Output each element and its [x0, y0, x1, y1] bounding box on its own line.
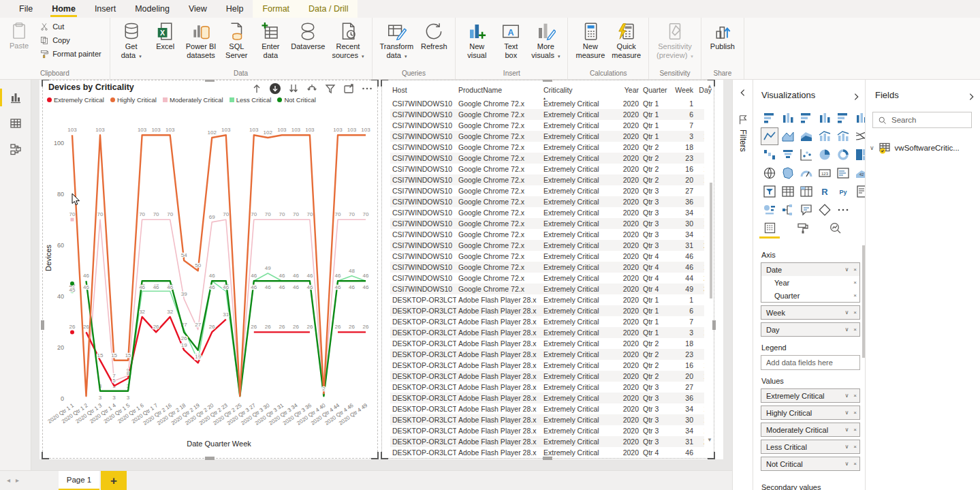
area-chart-icon[interactable]	[779, 127, 797, 145]
pie-chart-icon[interactable]	[816, 146, 834, 164]
focus-mode-icon[interactable]	[343, 82, 355, 95]
well-tab-format[interactable]	[793, 219, 811, 236]
table-row[interactable]: DESKTOP-OR3LCTGAdobe Flash Player 28.xEx…	[390, 327, 704, 338]
ribbon-tab-help[interactable]: Help	[217, 0, 253, 18]
table-row[interactable]: CSI7WINDOWS10Google Chrome 72.xExtremely…	[390, 131, 704, 142]
column-header-year[interactable]: Year	[618, 86, 641, 94]
table-row[interactable]: CSI7WINDOWS10Google Chrome 72.xExtremely…	[390, 284, 704, 294]
new-visual-button[interactable]: Newvisual	[461, 20, 492, 61]
resize-handle-bottom[interactable]	[543, 457, 552, 460]
remove-field-icon[interactable]: ×	[853, 461, 857, 467]
table-row[interactable]: DESKTOP-OR3LCTGAdobe Flash Player 28.xEx…	[390, 403, 704, 414]
ribbon-tab-format[interactable]: Format	[253, 0, 299, 18]
matrix-icon[interactable]	[797, 183, 815, 200]
table-row[interactable]: DESKTOP-OR3LCTGAdobe Flash Player 28.xEx…	[390, 316, 704, 327]
table-row[interactable]: DESKTOP-OR3LCTGAdobe Flash Player 28.xEx…	[390, 447, 704, 457]
expand-filters-icon[interactable]	[740, 87, 745, 99]
legend-item-moderately-critical[interactable]: Moderately Critical	[163, 96, 223, 104]
table-row[interactable]: DESKTOP-OR3LCTGAdobe Flash Player 28.xEx…	[390, 294, 704, 305]
table-row[interactable]: CSI7WINDOWS10Google Chrome 72.xExtremely…	[390, 142, 704, 153]
column-header-host[interactable]: Host	[390, 86, 456, 94]
column-header-week[interactable]: Week	[672, 86, 695, 94]
drill-up-icon[interactable]	[251, 82, 263, 95]
remove-field-icon[interactable]: ×	[853, 309, 857, 316]
filters-pane-title[interactable]: Filters	[738, 129, 748, 152]
map-icon[interactable]	[761, 164, 778, 182]
more-options-icon[interactable]	[361, 82, 373, 95]
funnel-icon[interactable]	[779, 146, 797, 164]
remove-field-icon[interactable]: ×	[853, 444, 857, 450]
cut-button[interactable]: Cut	[37, 20, 104, 33]
transform-data-button[interactable]: Transformdata ▾	[378, 20, 416, 61]
table-row[interactable]: DESKTOP-OR3LCTGAdobe Flash Player 28.xEx…	[390, 338, 704, 349]
clustered-bar-chart-icon[interactable]	[797, 109, 815, 127]
table-row[interactable]: DESKTOP-OR3LCTGAdobe Flash Player 28.xEx…	[390, 414, 704, 425]
table-scroll-down-icon[interactable]: ▼	[707, 437, 712, 443]
chevron-down-icon[interactable]: ∨	[844, 326, 849, 333]
table-row[interactable]: CSI7WINDOWS10Google Chrome 72.xExtremely…	[390, 164, 704, 174]
sidebar-item-data-view[interactable]	[0, 112, 31, 135]
remove-field-icon[interactable]: ×	[853, 326, 857, 333]
page-tab[interactable]: Page 1	[59, 471, 99, 490]
legend-item-highly-critical[interactable]: Highly Critical	[110, 96, 157, 104]
field-table-item[interactable]: ∨ vwSoftwareCritic...	[870, 142, 960, 154]
publish-button[interactable]: Publish	[707, 20, 738, 52]
table-row[interactable]: DESKTOP-OR3LCTGAdobe Flash Player 28.xEx…	[390, 305, 704, 316]
table-row[interactable]: CSI7WINDOWS10Google Chrome 72.xExtremely…	[390, 240, 704, 251]
ribbon-tab-home[interactable]: Home	[42, 0, 85, 18]
chevron-down-icon[interactable]: ∨	[844, 461, 849, 467]
table-row[interactable]: CSI7WINDOWS10Google Chrome 72.xExtremely…	[390, 262, 704, 273]
slicer-icon[interactable]	[761, 183, 778, 200]
sql-server-button[interactable]: SQLServer	[221, 20, 252, 61]
python-visual-icon[interactable]: Py	[834, 183, 852, 200]
refresh-button[interactable]: Refresh	[418, 20, 449, 52]
line-and-clustered-column-chart-icon[interactable]	[834, 127, 852, 145]
scatter-chart-icon[interactable]	[797, 146, 815, 164]
power-bi-datasets-button[interactable]: Power BIdatasets	[184, 20, 219, 61]
table-row[interactable]: DESKTOP-OR3LCTGAdobe Flash Player 28.xEx…	[390, 360, 704, 371]
chevron-down-icon[interactable]: ∨	[870, 144, 874, 151]
field-chip-extremely-critical[interactable]: Extremely Critical∨×	[761, 389, 859, 402]
stacked-bar-chart-icon[interactable]	[761, 109, 778, 127]
legend-item-not-critical[interactable]: Not Critical	[277, 96, 315, 104]
more-options-icon[interactable]	[834, 201, 852, 219]
chevron-down-icon[interactable]: ∨	[844, 393, 849, 399]
table-row[interactable]: CSI7WINDOWS10Google Chrome 72.xExtremely…	[390, 174, 704, 185]
well-tab-analytics[interactable]	[826, 219, 844, 236]
field-chip-quarter[interactable]: Quarter×	[761, 289, 859, 302]
table-scroll-up-icon[interactable]: ▲	[707, 83, 712, 89]
line-and-stacked-column-chart-icon[interactable]	[816, 127, 834, 145]
table-row[interactable]: CSI7WINDOWS10Google Chrome 72.xExtremely…	[390, 229, 704, 240]
chevron-down-icon[interactable]: ∨	[844, 427, 849, 433]
table-row[interactable]: CSI7WINDOWS10Google Chrome 72.xExtremely…	[390, 153, 704, 164]
table-visual[interactable]: HostProductNameCriticality▴YearQuarterWe…	[381, 80, 714, 459]
column-header-quarter[interactable]: Quarter	[641, 86, 672, 94]
ribbon-tab-view[interactable]: View	[179, 0, 217, 18]
get-data-button[interactable]: Getdata ▾	[116, 20, 147, 61]
ribbon-tab-insert[interactable]: Insert	[85, 0, 125, 18]
field-chip-not-critical[interactable]: Not Critical∨×	[761, 457, 859, 470]
field-chip-highly-critical[interactable]: Highly Critical∨×	[761, 406, 859, 419]
remove-field-icon[interactable]: ×	[853, 410, 857, 416]
remove-field-icon[interactable]: ×	[853, 292, 857, 298]
table-row[interactable]: CSI7WINDOWS10Google Chrome 72.xExtremely…	[390, 98, 704, 109]
resize-handle-right[interactable]	[712, 320, 716, 330]
table-row[interactable]: DESKTOP-OR3LCTGAdobe Flash Player 28.xEx…	[390, 436, 704, 447]
collapse-visualizations-icon[interactable]	[854, 91, 859, 104]
well-tab-fields[interactable]	[761, 219, 778, 236]
table-row[interactable]: DESKTOP-OR3LCTGAdobe Flash Player 28.xEx…	[390, 382, 704, 393]
field-chip-year[interactable]: Year×	[761, 276, 859, 289]
chevron-down-icon[interactable]: ∨	[844, 444, 849, 450]
table-row[interactable]: CSI7WINDOWS10Google Chrome 72.xExtremely…	[390, 120, 704, 131]
power-apps-icon[interactable]	[816, 201, 834, 219]
legend-dropzone[interactable]: Add data fields here	[761, 355, 860, 370]
line-chart[interactable]: 020406080100Devices2020 Qtr 1 12020 Qtr …	[44, 108, 377, 452]
100-stacked-bar-chart-icon[interactable]	[834, 109, 852, 127]
ribbon-tab-data-drill[interactable]: Data / Drill	[299, 0, 358, 18]
column-header-productname[interactable]: ProductName	[456, 86, 541, 94]
field-chip-date[interactable]: Date∨×	[761, 263, 859, 276]
decomposition-tree-icon[interactable]	[779, 201, 797, 219]
copy-button[interactable]: Copy	[37, 33, 104, 47]
new-measure-button[interactable]: Newmeasure	[573, 20, 607, 61]
drill-down-mode-icon[interactable]	[269, 82, 281, 95]
